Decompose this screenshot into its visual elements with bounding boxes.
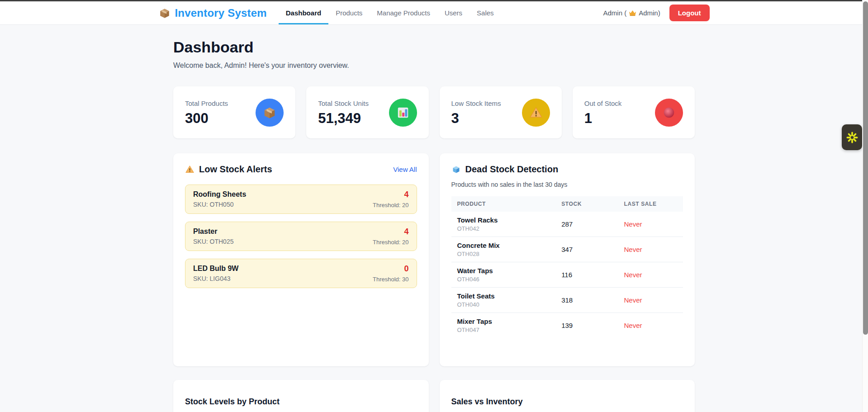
- low-stock-alerts-title: Low Stock Alerts: [185, 164, 272, 175]
- stat-label: Total Stock Units: [318, 99, 369, 107]
- table-row: Mixer TapsOTH047 139 Never: [451, 313, 683, 338]
- app-title: Inventory System: [175, 7, 267, 19]
- stat-card-total-products: Total Products 300: [173, 86, 295, 138]
- nav-item-dashboard[interactable]: Dashboard: [279, 1, 328, 24]
- scrollbar-track[interactable]: [862, 0, 868, 412]
- product-code: OTH042: [457, 225, 550, 232]
- package-icon: [256, 99, 284, 127]
- stat-value: 300: [185, 111, 228, 125]
- product-name: Mixer Taps: [457, 317, 550, 325]
- package-icon: [159, 7, 171, 19]
- stock-levels-chart-panel: Stock Levels by Product: [173, 380, 429, 412]
- last-sale-value: Never: [624, 296, 642, 304]
- column-header-product: PRODUCT: [451, 196, 556, 212]
- stock-value: 347: [561, 246, 573, 253]
- page-subtitle: Welcome back, Admin! Here's your invento…: [173, 62, 695, 70]
- product-name: Towel Racks: [457, 216, 550, 224]
- sales-vs-inventory-chart-panel: Sales vs Inventory: [440, 380, 695, 412]
- stock-value: 318: [561, 296, 573, 304]
- stats-row: Total Products 300 Total Stock Units 51,…: [173, 86, 695, 138]
- alert-quantity: 0: [373, 264, 409, 274]
- product-code: OTH028: [457, 251, 550, 257]
- product-code: OTH040: [457, 301, 550, 308]
- extension-floating-button[interactable]: [842, 124, 862, 150]
- dead-stock-title: Dead Stock Detection: [451, 164, 559, 175]
- dead-stock-table: PRODUCT STOCK LAST SALE Towel RacksOTH04…: [451, 196, 683, 338]
- crown-icon: [629, 10, 636, 16]
- last-sale-value: Never: [624, 220, 642, 228]
- stock-value: 139: [561, 322, 573, 329]
- ice-cube-icon: [451, 165, 461, 174]
- stat-card-out-of-stock: Out of Stock 1: [573, 86, 695, 138]
- alert-product-sku: SKU: LIG043: [193, 275, 238, 282]
- stat-value: 1: [584, 111, 622, 125]
- main-content: Dashboard Welcome back, Admin! Here's yo…: [173, 25, 695, 412]
- warning-icon: [522, 99, 550, 127]
- stat-label: Out of Stock: [584, 99, 622, 107]
- stat-label: Low Stock Items: [451, 99, 501, 107]
- product-code: OTH047: [457, 327, 550, 333]
- nav-item-users[interactable]: Users: [437, 1, 470, 24]
- nav-item-sales[interactable]: Sales: [470, 1, 501, 24]
- last-sale-value: Never: [624, 322, 642, 329]
- stat-label: Total Products: [185, 99, 228, 107]
- alert-product-name: Roofing Sheets: [193, 190, 246, 199]
- stock-value: 287: [561, 220, 573, 228]
- last-sale-value: Never: [624, 271, 642, 279]
- bar-chart-icon: [389, 99, 417, 127]
- user-label: Admin ( Admin): [603, 9, 660, 17]
- stat-card-low-stock-items: Low Stock Items 3: [440, 86, 562, 138]
- alert-product-sku: SKU: OTH025: [193, 238, 233, 245]
- stock-levels-chart-title: Stock Levels by Product: [185, 397, 417, 407]
- low-stock-alert-item[interactable]: LED Bulb 9W SKU: LIG043 0 Threshold: 30: [185, 259, 417, 288]
- app-logo[interactable]: Inventory System: [159, 7, 267, 19]
- alert-product-name: Plaster: [193, 227, 233, 236]
- view-all-link[interactable]: View All: [393, 166, 417, 173]
- stat-value: 3: [451, 111, 501, 125]
- table-row: Concrete MixOTH028 347 Never: [451, 237, 683, 262]
- last-sale-value: Never: [624, 246, 642, 253]
- alert-threshold: Threshold: 30: [373, 276, 409, 283]
- navbar: Inventory System Dashboard Products Mana…: [0, 1, 868, 25]
- warning-icon: [185, 165, 194, 174]
- low-stock-alert-item[interactable]: Plaster SKU: OTH025 4 Threshold: 20: [185, 222, 417, 251]
- table-row: Towel RacksOTH042 287 Never: [451, 212, 683, 237]
- scrollbar-thumb[interactable]: [863, 1, 868, 335]
- product-code: OTH046: [457, 276, 550, 283]
- product-name: Toilet Seats: [457, 292, 550, 300]
- logout-button[interactable]: Logout: [669, 5, 710, 21]
- column-header-stock: STOCK: [555, 196, 618, 212]
- alert-threshold: Threshold: 20: [373, 202, 409, 208]
- table-row: Toilet SeatsOTH040 318 Never: [451, 288, 683, 313]
- product-name: Concrete Mix: [457, 242, 550, 249]
- alert-product-sku: SKU: OTH050: [193, 201, 246, 208]
- low-stock-alert-item[interactable]: Roofing Sheets SKU: OTH050 4 Threshold: …: [185, 185, 417, 214]
- stock-value: 116: [561, 271, 572, 279]
- alert-threshold: Threshold: 20: [373, 239, 409, 246]
- column-header-last-sale: LAST SALE: [618, 196, 683, 212]
- sales-vs-inventory-chart-title: Sales vs Inventory: [451, 397, 683, 407]
- asterisk-icon: [845, 131, 859, 144]
- product-name: Water Taps: [457, 267, 550, 275]
- alert-quantity: 4: [373, 190, 409, 199]
- low-stock-alerts-panel: Low Stock Alerts View All Roofing Sheets…: [173, 153, 429, 366]
- alert-product-name: LED Bulb 9W: [193, 265, 238, 273]
- red-sphere-icon: [655, 99, 683, 127]
- page-title: Dashboard: [173, 38, 695, 56]
- alert-quantity: 4: [373, 227, 409, 237]
- stat-card-total-stock-units: Total Stock Units 51,349: [306, 86, 428, 138]
- nav-item-manage-products[interactable]: Manage Products: [370, 1, 437, 24]
- table-row: Water TapsOTH046 116 Never: [451, 262, 683, 288]
- nav-item-products[interactable]: Products: [328, 1, 370, 24]
- dead-stock-panel: Dead Stock Detection Products with no sa…: [440, 153, 695, 366]
- nav-links: Dashboard Products Manage Products Users…: [279, 1, 501, 24]
- dead-stock-subtitle: Products with no sales in the last 30 da…: [451, 181, 683, 188]
- stat-value: 51,349: [318, 111, 369, 125]
